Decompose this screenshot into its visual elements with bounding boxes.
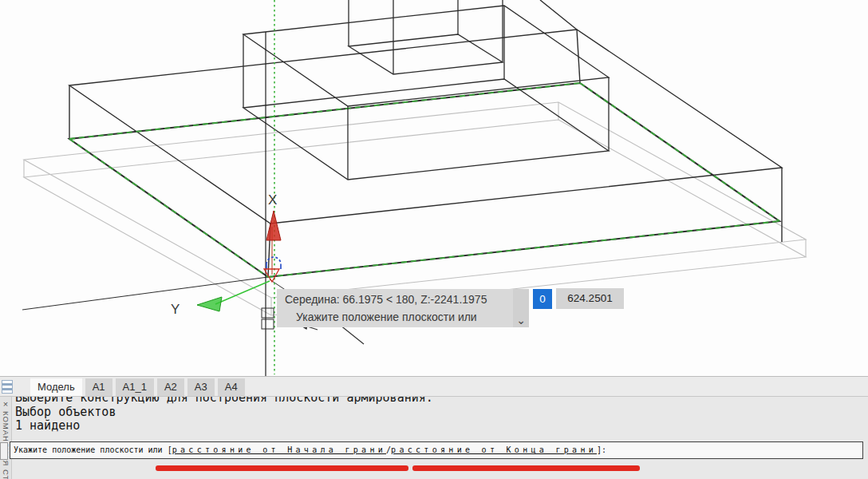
annotation-underline-left xyxy=(156,465,408,471)
command-palette-titlebar: × КОМАНДНАЯ СТРОКА xyxy=(0,397,12,479)
tab-a4[interactable]: A4 xyxy=(218,378,245,396)
snap-tooltip: Середина: 66.1975 < 180, Z:-2241.1975 Ук… xyxy=(277,289,513,327)
chevron-down-icon[interactable]: ⌄ xyxy=(513,289,529,327)
command-history-line: Выберите конструкцию для построения плос… xyxy=(15,397,861,406)
y-axis-label: Y xyxy=(171,302,180,317)
command-history-line: Выбор объектов xyxy=(15,406,861,420)
snap-tooltip-coordinates: Середина: 66.1975 < 180, Z:-2241.1975 xyxy=(277,289,513,308)
command-history[interactable]: Выберите конструкцию для построения плос… xyxy=(15,397,861,439)
command-input-line[interactable]: Укажите положение плоскости или [расстоя… xyxy=(10,441,863,459)
dynamic-input-field[interactable]: 0 xyxy=(533,289,552,309)
layout-list-icon[interactable] xyxy=(2,380,13,394)
tab-a2[interactable]: A2 xyxy=(157,378,184,396)
tab-a3[interactable]: A3 xyxy=(187,378,215,396)
command-input-grip[interactable] xyxy=(0,442,8,460)
command-option-start-face[interactable]: расстояние от Начала грани xyxy=(172,445,386,454)
snap-tooltip-prompt: Укажите положение плоскости или xyxy=(277,308,513,326)
command-history-line: 1 найдено xyxy=(15,419,861,433)
layout-tabs: МодельA1A1_1A2A3A4 xyxy=(30,378,245,396)
tab-a1[interactable]: A1 xyxy=(85,378,112,396)
command-panel: × КОМАНДНАЯ СТРОКА Выберите конструкцию … xyxy=(0,397,868,479)
cad-window: X Y Середина: 66.1975 < 180, Z:-2241.197… xyxy=(0,0,868,479)
command-option-end-face[interactable]: расстояние от Конца грани xyxy=(391,445,597,454)
command-prompt-suffix: ]: xyxy=(597,445,606,454)
layout-tab-bar: МодельA1A1_1A2A3A4 xyxy=(0,376,868,397)
dynamic-distance-field[interactable]: 624.2501 xyxy=(556,288,624,309)
annotation-underline-right xyxy=(412,465,640,471)
x-axis-label: X xyxy=(268,192,277,208)
close-icon[interactable]: × xyxy=(0,397,11,408)
tab-a1_1[interactable]: A1_1 xyxy=(116,378,154,396)
command-prompt-prefix: Укажите положение плоскости или [ xyxy=(14,445,172,454)
tab-модель[interactable]: Модель xyxy=(30,378,82,396)
